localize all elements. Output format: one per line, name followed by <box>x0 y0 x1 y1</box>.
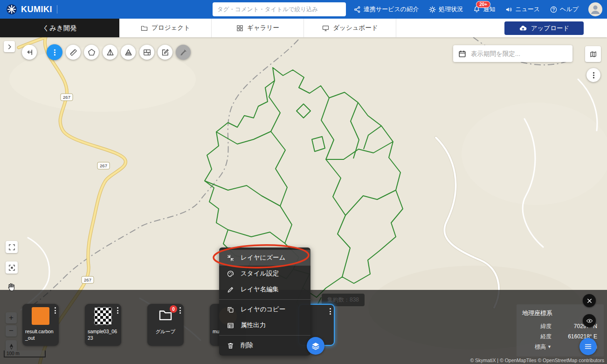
nav-tabs: プロジェクト ギャラリー ダッシュボード <box>119 19 396 37</box>
app-window: KUMIKI 連携サービスの紹介 処理状況 <box>0 0 607 364</box>
grid-icon <box>236 24 244 32</box>
date-range-input[interactable] <box>471 50 568 57</box>
pentagon-icon <box>87 48 96 57</box>
return-icon <box>25 48 34 57</box>
layered-cone-icon <box>124 48 133 57</box>
menu-item-label: 属性出力 <box>241 321 266 330</box>
map-options-button[interactable] <box>586 68 600 82</box>
paint-tool-button[interactable] <box>176 45 191 60</box>
brand-name: KUMIKI <box>21 5 52 14</box>
ruler-icon <box>69 48 78 57</box>
avatar[interactable] <box>588 2 602 16</box>
map-area: 267 267 267 <box>0 37 607 364</box>
search-input[interactable] <box>217 6 341 13</box>
longitude-label: 経度 <box>540 333 552 341</box>
active-tool-button[interactable] <box>47 44 62 60</box>
tab-dashboard[interactable]: ダッシュボード <box>304 19 396 37</box>
return-button[interactable] <box>22 45 37 60</box>
dots-vertical-icon <box>50 48 59 57</box>
person-icon <box>588 2 602 16</box>
zoom-to-layer-icon <box>227 254 235 262</box>
layer-card-result-carbon[interactable]: result.carbon_out <box>22 304 59 346</box>
menu-separator <box>219 299 310 300</box>
svg-text:267: 267 <box>84 277 91 282</box>
panel-menu-button[interactable] <box>579 338 597 355</box>
collage-icon <box>143 48 152 57</box>
header-item-notifications[interactable]: 20+ 通知 <box>473 5 495 14</box>
header-search <box>213 2 346 16</box>
menu-item-copy-layer[interactable]: レイヤのコピー <box>219 302 310 317</box>
header-menu: 連携サービスの紹介 処理状況 20+ 通知 <box>353 0 602 19</box>
tab-project-name[interactable]: くみき開発 <box>0 19 119 37</box>
menu-item-export-attributes[interactable]: 属性出力 <box>219 317 310 333</box>
header-item-label: ヘルプ <box>560 5 579 14</box>
tab-projects[interactable]: プロジェクト <box>119 19 212 37</box>
elevation-label: 標高▼ <box>535 343 552 351</box>
layer-card-label: グループ <box>147 328 184 336</box>
close-icon <box>586 297 593 304</box>
palette-icon <box>227 270 235 278</box>
header-item-processing[interactable]: 処理状況 <box>428 5 463 14</box>
menu-separator <box>219 335 310 336</box>
menu-item-label: レイヤにズーム <box>241 254 285 262</box>
menu-item-delete[interactable]: 削除 <box>219 337 310 353</box>
header-item-services[interactable]: 連携サービスの紹介 <box>353 5 419 14</box>
layer-thumbnail <box>94 307 112 325</box>
dots-vertical-icon <box>589 71 598 80</box>
layer-card-label: result.carbon_out <box>22 328 59 342</box>
speaker-icon <box>505 6 513 14</box>
layers-bubble-button[interactable] <box>307 337 324 355</box>
measure-button[interactable] <box>66 45 81 60</box>
group-count-badge: 0 <box>170 305 177 313</box>
menu-item-label: スタイル設定 <box>241 269 279 278</box>
edit-tool-button[interactable] <box>158 45 172 60</box>
sidebar-expander[interactable] <box>4 41 15 52</box>
help-icon <box>550 6 558 14</box>
frame-select-button[interactable] <box>6 261 18 274</box>
cone-tool-button[interactable] <box>103 45 117 60</box>
zoom-extent-button[interactable] <box>6 241 18 253</box>
top-header: KUMIKI 連携サービスの紹介 処理状況 <box>0 0 607 19</box>
header-item-label: 連携サービスの紹介 <box>364 5 419 14</box>
header-item-label: 処理状況 <box>439 5 463 14</box>
menu-item-zoom-to-layer[interactable]: レイヤにズーム <box>219 250 310 266</box>
upload-button[interactable]: アップロード <box>504 21 584 35</box>
header-item-news[interactable]: ニュース <box>505 5 540 14</box>
chevron-right-icon <box>6 43 14 51</box>
brush-icon <box>179 48 188 57</box>
calendar-icon <box>458 49 467 58</box>
mosaic-tool-button[interactable] <box>139 45 154 60</box>
date-filter <box>453 45 573 62</box>
polygon-tool-button[interactable] <box>84 45 99 60</box>
visibility-button[interactable] <box>583 314 596 327</box>
layer-card-label: sample03_0623 <box>85 328 121 342</box>
volume-tool-button[interactable] <box>121 45 136 60</box>
svg-text:267: 267 <box>100 163 107 168</box>
folder-icon <box>140 24 148 32</box>
layer-card-sample03[interactable]: sample03_0623 <box>85 304 121 346</box>
menu-item-label: 削除 <box>241 341 253 350</box>
project-navbar: くみき開発 プロジェクト ギャラリー ダッシュボード <box>0 19 607 37</box>
logo-gear-icon <box>6 3 18 15</box>
cloud-upload-icon <box>519 24 527 33</box>
menu-item-rename-layer[interactable]: レイヤ名編集 <box>219 282 310 297</box>
tab-gallery[interactable]: ギャラリー <box>212 19 304 37</box>
header-item-help[interactable]: ヘルプ <box>550 5 579 14</box>
svg-text:267: 267 <box>63 95 70 100</box>
layers-icon <box>310 341 321 351</box>
close-panel-button[interactable] <box>583 294 596 307</box>
eye-icon <box>586 317 593 324</box>
hamburger-icon <box>584 342 593 351</box>
menu-item-style-settings[interactable]: スタイル設定 <box>219 266 310 282</box>
share-icon <box>353 6 361 14</box>
menu-item-label: レイヤのコピー <box>241 305 285 314</box>
folder-thumbnail: 0 <box>158 307 173 325</box>
header-item-label: ニュース <box>515 5 540 14</box>
layer-card-group[interactable]: 0 グループ <box>147 304 184 346</box>
viewfinder-icon <box>8 243 16 251</box>
caret-down-icon: ▼ <box>547 344 552 349</box>
map-attribution: © SkymatiX | © OpenMapTiles © OpenStreet… <box>470 357 604 363</box>
basemap-button[interactable] <box>585 46 601 62</box>
kumiki-logo[interactable]: KUMIKI <box>0 3 52 15</box>
cone-icon <box>106 48 115 57</box>
